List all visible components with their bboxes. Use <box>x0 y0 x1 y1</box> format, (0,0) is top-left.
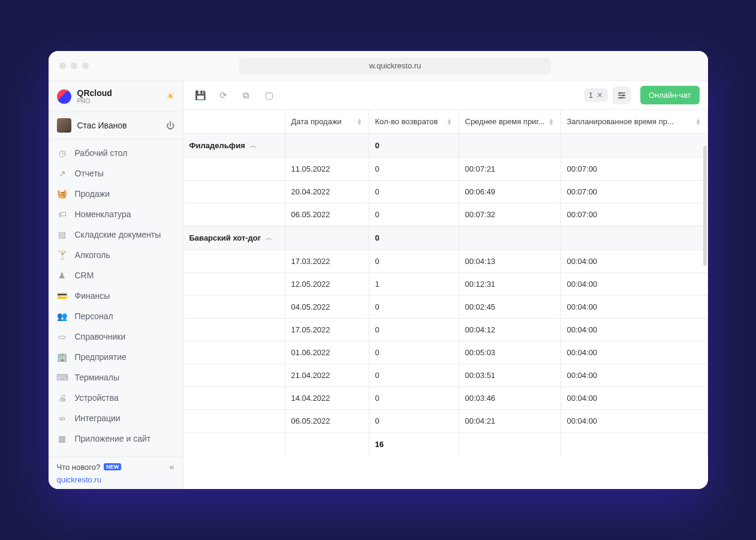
sidebar-item[interactable]: 💳Финансы <box>49 286 183 306</box>
table-row[interactable]: 14.04.2022000:03:4600:04:00 <box>183 387 708 410</box>
cell-planned: 00:07:00 <box>561 158 708 180</box>
sort-icon[interactable]: ▲▼ <box>695 118 701 125</box>
table-row[interactable]: 17.05.2022000:04:1200:04:00 <box>183 319 708 341</box>
sidebar-item-label: Номенклатура <box>75 209 131 219</box>
svg-point-2 <box>620 97 622 98</box>
sidebar-item[interactable]: 👥Персонал <box>49 306 183 326</box>
sidebar-item[interactable]: 🧺Продажи <box>49 184 183 204</box>
url-bar[interactable]: w.quickresto.ru <box>239 58 551 74</box>
save-button[interactable]: 💾 <box>192 86 210 104</box>
table-row[interactable]: 01.06.2022000:05:0300:04:00 <box>183 341 708 364</box>
cell-avg: 00:03:46 <box>459 387 561 409</box>
cell-avg: 00:04:13 <box>459 250 561 272</box>
sidebar-item[interactable]: ◷Рабочий стол <box>49 143 183 163</box>
table-row[interactable]: 12.05.2022100:12:3100:04:00 <box>183 273 708 296</box>
sidebar-item[interactable]: ▭Справочники <box>49 326 183 347</box>
nav-icon: 🍸 <box>57 250 68 260</box>
app-shell: QRcloud PRO ☀ Стас Иванов ⏻ ◷Рабочий сто… <box>49 81 708 489</box>
sidebar-item-label: Рабочий стол <box>75 148 128 158</box>
cell-avg: 00:05:03 <box>459 341 561 364</box>
sidebar: QRcloud PRO ☀ Стас Иванов ⏻ ◷Рабочий сто… <box>49 81 183 489</box>
collapse-sidebar-icon[interactable]: « <box>170 462 174 472</box>
clear-filter-icon[interactable]: ✕ <box>597 91 603 100</box>
logout-icon[interactable]: ⏻ <box>166 121 174 130</box>
table-row[interactable]: 04.05.2022000:02:4500:04:00 <box>183 296 708 319</box>
cell-date: 04.05.2022 <box>285 296 369 318</box>
brand-logo <box>57 89 71 104</box>
sidebar-item-label: Устройства <box>75 393 119 403</box>
cell-date: 21.04.2022 <box>285 364 369 386</box>
sidebar-item[interactable]: ♟CRM <box>49 265 183 286</box>
footer-link[interactable]: quickresto.ru <box>57 475 174 484</box>
sidebar-item-label: Приложение и сайт <box>75 434 151 443</box>
sidebar-item[interactable]: 🖨Устройства <box>49 388 183 408</box>
table-row[interactable]: 11.05.2022000:07:2100:07:00 <box>183 158 708 181</box>
user-row[interactable]: Стас Иванов ⏻ <box>49 112 183 139</box>
table-row[interactable]: 17.03.2022000:04:1300:04:00 <box>183 250 708 273</box>
nav-icon: ◷ <box>57 148 68 158</box>
sidebar-item[interactable]: ▤Складские документы <box>49 224 183 245</box>
sidebar-item[interactable]: ⌨Терминалы <box>49 367 183 388</box>
table-group-row[interactable]: Баварский хот-дог︿0 <box>183 226 708 250</box>
sidebar-item[interactable]: 🏷Номенклатура <box>49 204 183 224</box>
nav-icon: ♟ <box>57 270 68 281</box>
table-group-row[interactable]: Филадельфия︿0 <box>183 134 708 158</box>
cell-returns: 0 <box>369 387 459 409</box>
cell-planned: 00:04:00 <box>561 296 708 318</box>
col-date[interactable]: Дата продажи▲▼ <box>285 110 369 133</box>
nav-icon: ↗ <box>57 168 68 179</box>
sidebar-item[interactable]: ↗Отчеты <box>49 163 183 184</box>
cell-planned: 00:04:00 <box>561 364 708 386</box>
group-returns-cell: 0 <box>369 134 459 157</box>
chevron-up-icon[interactable]: ︿ <box>250 141 257 150</box>
filter-chip[interactable]: 1 ✕ <box>584 88 608 102</box>
new-badge: NEW <box>104 463 121 470</box>
col-name[interactable] <box>183 110 285 133</box>
nav-icon: 🧺 <box>57 188 68 199</box>
screen-button[interactable]: ▢ <box>260 86 278 104</box>
columns-settings-button[interactable] <box>613 86 631 104</box>
cell-planned: 00:04:00 <box>561 387 708 409</box>
chevron-up-icon[interactable]: ︿ <box>266 233 272 242</box>
whats-new-link[interactable]: Что нового? NEW « <box>57 462 174 472</box>
nav-icon: 🖨 <box>57 392 68 403</box>
sort-icon[interactable]: ▲▼ <box>549 118 555 125</box>
col-returns[interactable]: Кол-во возвратов▲▼ <box>369 110 459 133</box>
window-dot <box>71 62 77 69</box>
sort-icon[interactable]: ▲▼ <box>447 118 453 125</box>
cell-returns: 0 <box>369 319 459 341</box>
table-row[interactable]: 21.04.2022000:03:5100:04:00 <box>183 364 708 387</box>
theme-toggle-icon[interactable]: ☀ <box>166 91 174 102</box>
sidebar-item[interactable]: ∞Интеграции <box>49 408 183 428</box>
refresh-button[interactable]: ⟳ <box>215 86 233 104</box>
table-wrap[interactable]: Дата продажи▲▼ Кол-во возвратов▲▼ Средне… <box>183 110 708 489</box>
browser-window: w.quickresto.ru QRcloud PRO ☀ Стас Ивано… <box>49 51 708 489</box>
sort-icon[interactable]: ▲▼ <box>357 118 363 125</box>
cell-returns: 1 <box>369 273 459 295</box>
online-chat-button[interactable]: Онлайн-чат <box>640 86 700 104</box>
url-text: w.quickresto.ru <box>369 61 421 70</box>
cell-avg: 00:12:31 <box>459 273 561 295</box>
cell-planned: 00:04:00 <box>561 319 708 341</box>
table-row[interactable]: 06.05.2022000:07:3200:07:00 <box>183 203 708 226</box>
col-planned-time[interactable]: Запланированное время пр...▲▼ <box>561 110 708 133</box>
group-name-cell: Филадельфия︿ <box>183 134 285 157</box>
avatar <box>57 118 71 133</box>
sidebar-item-label: Складские документы <box>75 230 161 239</box>
scrollbar[interactable] <box>703 146 707 266</box>
copy-button[interactable]: ⧉ <box>237 86 255 104</box>
table-row[interactable]: 06.05.2022000:04:2100:04:00 <box>183 410 708 433</box>
nav-icon: ∞ <box>57 413 68 424</box>
table-row[interactable]: 20.04.2022000:06:4900:07:00 <box>183 181 708 203</box>
sidebar-item[interactable]: ▦Приложение и сайт <box>49 428 183 449</box>
sidebar-item[interactable]: 🍸Алкоголь <box>49 245 183 265</box>
nav-icon: ▤ <box>57 229 68 240</box>
nav-list: ◷Рабочий стол↗Отчеты🧺Продажи🏷Номенклатур… <box>49 139 183 457</box>
sidebar-item[interactable]: 🏢Предприятие <box>49 347 183 367</box>
cell-returns: 0 <box>369 181 459 203</box>
cell-returns: 0 <box>369 158 459 180</box>
col-avg-time[interactable]: Среднее время приг...▲▼ <box>459 110 561 133</box>
sidebar-item-label: Алкоголь <box>75 250 110 260</box>
user-name: Стас Иванов <box>77 121 160 130</box>
sidebar-footer: Что нового? NEW « quickresto.ru <box>49 457 183 489</box>
